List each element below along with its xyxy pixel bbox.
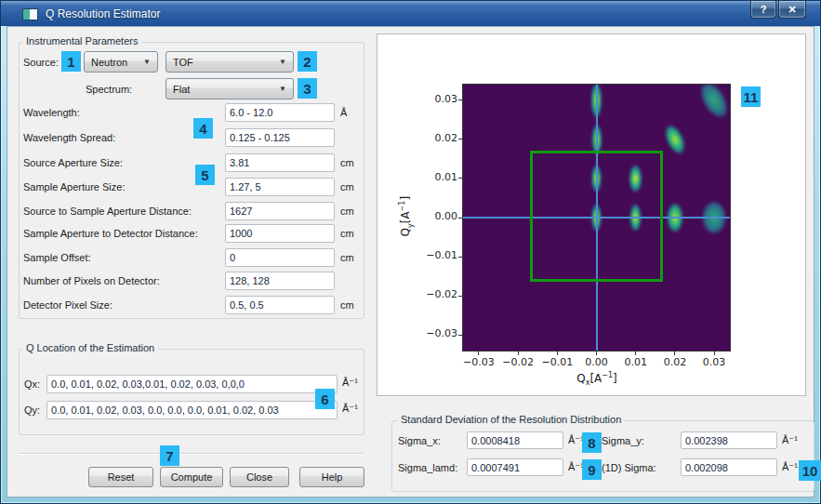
qy-field[interactable] (46, 401, 338, 419)
source-to-sample-distance-field[interactable] (225, 202, 335, 220)
sigma-y-unit: Å⁻¹ (782, 434, 798, 446)
sample-offset-label: Sample Offset: (23, 252, 91, 263)
x-tick-mark (714, 351, 715, 355)
x-tick-mark (518, 351, 519, 355)
sigma-lamd-label: Sigma_lamd: (398, 462, 457, 473)
annotation-marker-8: 8 (582, 432, 602, 453)
x-tick-mark (674, 351, 675, 355)
wavelength-field[interactable] (225, 103, 335, 122)
source-type-combobox-value: TOF (173, 57, 193, 68)
y-tick-mark (458, 218, 462, 219)
source-combobox[interactable]: Neutron ▼ (84, 51, 158, 73)
close-button[interactable]: Close (230, 467, 289, 487)
sample-aperture-size-field[interactable] (225, 178, 335, 196)
detector-pixels-field[interactable] (225, 272, 335, 290)
title-bar[interactable]: Q Resolution Estimator ? ✕ (1, 1, 820, 26)
instrumental-parameters-title: Instrumental Parameters (22, 35, 141, 46)
close-icon[interactable]: ✕ (778, 1, 806, 19)
source-to-sample-distance-unit: cm (340, 206, 354, 217)
help-caption-button[interactable]: ? (750, 1, 776, 19)
y-tick-label: −0.02 (420, 288, 457, 300)
y-tick-mark (458, 257, 462, 258)
x-tick-label: 0.03 (694, 356, 735, 368)
sigma-1d-field[interactable] (681, 458, 777, 476)
y-tick-mark (458, 335, 462, 336)
annotation-marker-2: 2 (298, 51, 317, 72)
y-tick-label: 0.03 (420, 93, 457, 105)
y-tick-mark (458, 296, 462, 297)
detector-pixels-label: Number of Pixels on Detector: (23, 275, 160, 286)
y-axis-ticks: 0.030.020.010.00−0.01−0.02−0.03 (420, 85, 457, 351)
source-aperture-size-label: Source Aperture Size: (23, 157, 123, 168)
wavelength-unit: Å (340, 107, 347, 118)
compute-button[interactable]: Compute (160, 467, 223, 487)
sample-to-detector-distance-label: Sample Aperture to Detector Distance: (23, 228, 198, 239)
source-combobox-value: Neutron (91, 57, 127, 68)
x-tick-mark (596, 351, 597, 355)
chevron-down-icon: ▼ (143, 58, 151, 66)
x-axis-label: Qx[A−1] (560, 371, 634, 387)
detector-pixel-size-unit: cm (340, 299, 354, 311)
x-tick-label: −0.01 (536, 356, 577, 368)
x-tick-label: 0.00 (576, 356, 617, 368)
x-tick-label: 0.01 (616, 356, 656, 368)
x-tick-label: 0.02 (655, 356, 695, 368)
annotation-marker-9: 9 (582, 459, 602, 480)
y-tick-label: 0.01 (420, 171, 457, 183)
source-aperture-size-field[interactable] (225, 153, 335, 172)
sigma-y-label: Sigma_y: (602, 435, 644, 446)
source-aperture-size-unit: cm (340, 157, 354, 168)
y-tick-label: 0.02 (420, 132, 457, 144)
annotation-marker-6: 6 (315, 389, 335, 409)
detector-pixel-size-field[interactable] (225, 296, 335, 314)
sample-to-detector-distance-field[interactable] (225, 224, 335, 243)
sigma-y-field[interactable] (681, 431, 777, 449)
wavelength-label: Wavelength: (23, 107, 80, 118)
sample-offset-field[interactable] (225, 248, 335, 267)
window-icon (22, 8, 38, 20)
sample-to-detector-distance-unit: cm (340, 228, 354, 239)
reset-button[interactable]: Reset (88, 467, 153, 487)
source-to-sample-distance-label: Source to Sample Aperture Distance: (23, 206, 192, 217)
x-tick-label: −0.03 (458, 356, 499, 368)
chevron-down-icon: ▼ (279, 85, 286, 93)
detector-roi-rect (530, 151, 663, 282)
spectrum-combobox-value: Flat (173, 84, 190, 95)
sample-aperture-size-unit: cm (340, 181, 354, 192)
y-tick-label: −0.03 (420, 327, 457, 339)
x-tick-mark (478, 351, 479, 355)
qy-unit: Å⁻¹ (342, 403, 358, 415)
sigma-lamd-field[interactable] (467, 458, 563, 476)
x-tick-mark (557, 351, 558, 355)
y-tick-label: 0.00 (420, 210, 457, 222)
x-tick-label: −0.02 (497, 356, 538, 368)
annotation-marker-3: 3 (298, 78, 317, 99)
y-tick-mark (458, 139, 462, 139)
help-button[interactable]: Help (299, 467, 364, 487)
source-type-combobox[interactable]: TOF ▼ (166, 51, 294, 73)
sigma-group-title: Standard Deviation of the Resolution Dis… (397, 414, 625, 425)
wavelength-spread-field[interactable] (225, 128, 335, 147)
qy-label: Qy: (24, 405, 40, 416)
spectrum-combobox[interactable]: Flat ▼ (166, 78, 294, 99)
button-separator (19, 453, 364, 455)
sigma-x-field[interactable] (467, 431, 563, 449)
resolution-blob (689, 84, 731, 129)
q-location-title: Q Location of the Estimation (22, 342, 158, 353)
wavelength-spread-label: Wavelength Spread: (23, 132, 115, 143)
chevron-down-icon: ▼ (279, 58, 286, 66)
qx-unit: Å⁻¹ (342, 377, 358, 389)
x-axis-tickmarks (463, 351, 730, 356)
spectrum-label: Spectrum: (86, 84, 132, 95)
y-tick-mark (458, 99, 462, 100)
y-axis-tickmarks (457, 85, 462, 351)
window-title: Q Resolution Estimator (46, 7, 160, 20)
qx-field[interactable] (46, 375, 338, 393)
detector-pixel-size-label: Detector Pixel Size: (23, 299, 113, 311)
sample-aperture-size-label: Sample Aperture Size: (23, 181, 125, 192)
x-tick-mark (635, 351, 636, 355)
sample-offset-unit: cm (340, 252, 354, 263)
annotation-marker-10: 10 (799, 460, 821, 481)
plot-axes (462, 84, 731, 351)
sigma-1d-label: (1D) Sigma: (602, 462, 656, 473)
